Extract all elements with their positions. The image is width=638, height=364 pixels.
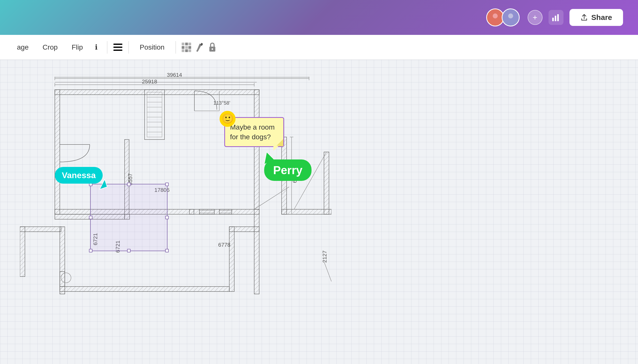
selection-handle-bl[interactable] bbox=[89, 249, 92, 252]
svg-rect-57 bbox=[254, 209, 259, 294]
toolbar-flip[interactable]: Flip bbox=[64, 40, 90, 54]
sticky-emoji: 🙂 bbox=[220, 111, 236, 127]
svg-rect-17 bbox=[185, 49, 188, 52]
selection-box bbox=[90, 184, 168, 251]
grid-icon[interactable] bbox=[180, 41, 193, 54]
toolbar-image[interactable]: age bbox=[10, 40, 36, 54]
selection-handle-lm[interactable] bbox=[89, 216, 92, 219]
analytics-button[interactable] bbox=[548, 10, 564, 25]
svg-rect-7 bbox=[114, 44, 122, 45]
svg-point-1 bbox=[491, 20, 499, 24]
svg-rect-27 bbox=[254, 90, 259, 209]
svg-rect-54 bbox=[60, 286, 229, 292]
sticky-note[interactable]: 🙂 Maybe a room for the dogs? bbox=[224, 117, 284, 147]
paint-icon[interactable] bbox=[193, 41, 206, 54]
avatar-user1[interactable] bbox=[486, 8, 504, 26]
canvas: 39614 25918 113°58' 5557 17806 6721 6721… bbox=[0, 60, 638, 364]
svg-rect-6 bbox=[557, 14, 559, 21]
lock-icon[interactable] bbox=[206, 41, 219, 54]
svg-point-2 bbox=[508, 14, 513, 18]
vanessa-user-label: Vanessa bbox=[55, 167, 103, 184]
svg-text:25918: 25918 bbox=[142, 78, 157, 85]
toolbar: age Crop Flip ℹ Position bbox=[0, 35, 638, 60]
toolbar-divider2 bbox=[128, 41, 129, 54]
share-label: Share bbox=[592, 13, 612, 22]
svg-rect-5 bbox=[555, 16, 556, 21]
selection-handle-rm[interactable] bbox=[165, 216, 169, 219]
collaborators-avatars bbox=[486, 8, 520, 26]
header: + Share bbox=[0, 0, 638, 35]
svg-rect-53 bbox=[60, 227, 65, 294]
selection-handle-tm[interactable] bbox=[127, 182, 130, 186]
svg-rect-16 bbox=[182, 49, 184, 52]
svg-point-0 bbox=[493, 14, 498, 18]
add-collaborator-button[interactable]: + bbox=[528, 10, 542, 25]
toolbar-divider bbox=[107, 41, 108, 54]
vanessa-cursor bbox=[97, 177, 110, 192]
svg-rect-12 bbox=[188, 42, 191, 45]
svg-point-3 bbox=[507, 20, 515, 24]
selection-handle-br[interactable] bbox=[165, 249, 169, 252]
toolbar-crop[interactable]: Crop bbox=[36, 40, 65, 54]
svg-rect-26 bbox=[55, 90, 60, 214]
menu-icon[interactable] bbox=[112, 41, 124, 54]
svg-rect-9 bbox=[114, 50, 122, 51]
svg-rect-44 bbox=[20, 227, 25, 276]
perry-user-label: Perry bbox=[264, 160, 312, 181]
svg-rect-13 bbox=[182, 46, 184, 49]
svg-rect-42 bbox=[190, 209, 194, 214]
svg-rect-15 bbox=[188, 46, 191, 49]
selection-handle-tr[interactable] bbox=[165, 182, 169, 186]
svg-rect-11 bbox=[185, 42, 188, 45]
svg-text:2127: 2127 bbox=[322, 251, 328, 263]
svg-rect-43 bbox=[20, 227, 61, 232]
avatar-user2[interactable] bbox=[502, 8, 520, 26]
svg-text:6778: 6778 bbox=[218, 242, 230, 248]
svg-rect-18 bbox=[188, 49, 191, 52]
selection-handle-bm[interactable] bbox=[127, 249, 130, 252]
svg-rect-10 bbox=[182, 42, 184, 45]
toolbar-position[interactable]: Position bbox=[133, 40, 172, 54]
svg-rect-4 bbox=[552, 18, 554, 21]
share-button[interactable]: Share bbox=[570, 9, 623, 26]
svg-text:39614: 39614 bbox=[167, 72, 182, 78]
svg-point-21 bbox=[212, 48, 213, 50]
svg-text:113°58': 113°58' bbox=[213, 100, 230, 106]
svg-rect-56 bbox=[229, 227, 234, 292]
info-icon[interactable]: ℹ bbox=[90, 41, 103, 54]
svg-marker-88 bbox=[100, 180, 107, 189]
floorplan-svg: 39614 25918 113°58' 5557 17806 6721 6721… bbox=[20, 67, 332, 304]
svg-rect-61 bbox=[324, 152, 329, 214]
toolbar-divider3 bbox=[176, 41, 176, 54]
svg-line-75 bbox=[324, 262, 332, 282]
svg-rect-14 bbox=[185, 46, 188, 49]
svg-rect-8 bbox=[114, 46, 122, 48]
svg-rect-30 bbox=[147, 92, 162, 137]
